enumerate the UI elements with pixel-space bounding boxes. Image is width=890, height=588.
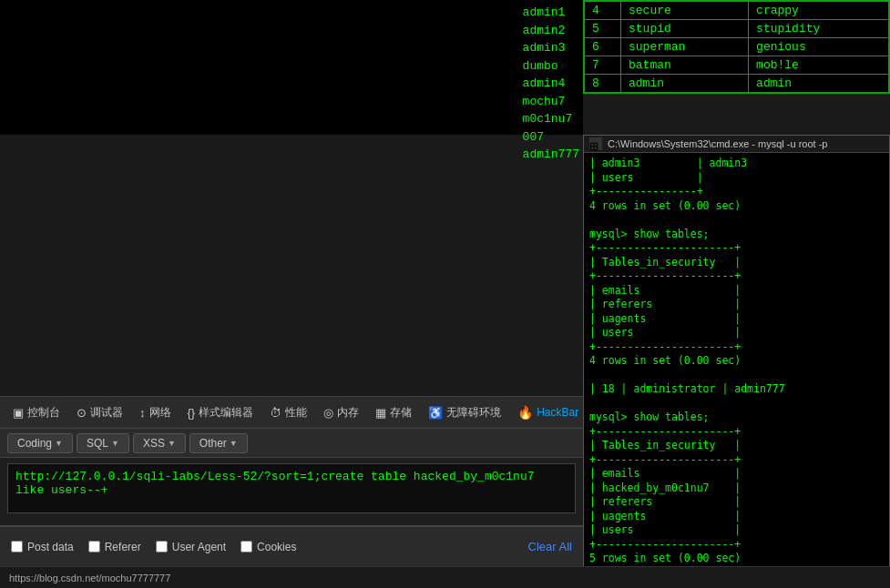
devtool-network[interactable]: ↕ 网络 xyxy=(132,401,179,424)
username-admin2: admin2 xyxy=(523,22,579,40)
cookies-label: Cookies xyxy=(257,541,296,553)
hackbar-toolbar: Coding ▼ SQL ▼ XSS ▼ Other ▼ xyxy=(0,429,583,458)
post-data-checkbox[interactable] xyxy=(11,541,23,553)
username-dumbo: dumbo xyxy=(523,57,579,76)
post-data-label: Post data xyxy=(27,541,74,553)
row-id: 5 xyxy=(585,20,621,38)
cookies-checkbox-label[interactable]: Cookies xyxy=(240,541,296,553)
clear-all-button[interactable]: Clear All xyxy=(528,540,572,553)
network-icon: ↕ xyxy=(139,406,146,420)
other-label: Other xyxy=(199,437,227,450)
debugger-icon: ⊙ xyxy=(77,406,87,420)
status-url: https://blog.csdn.net/mochu7777777 xyxy=(0,573,179,583)
storage-label: 存储 xyxy=(390,405,412,421)
performance-icon: ⏱ xyxy=(270,406,281,420)
username-mochu7: mochu7 xyxy=(523,93,579,111)
results-table: 4 secure crappy5 stupid stupidity6 super… xyxy=(584,1,889,93)
devtool-accessibility[interactable]: ♿ 无障碍环境 xyxy=(421,401,508,424)
cmd-icon: ⊞ xyxy=(589,137,602,150)
devtools-bar[interactable]: ▣ 控制台 ⊙ 调试器 ↕ 网络 {} 样式编辑器 ⏱ 性能 ◎ 内存 ▦ 存储… xyxy=(0,396,583,429)
status-bar: https://blog.csdn.net/mochu7777777 xyxy=(0,566,890,588)
sql-arrow-icon: ▼ xyxy=(111,439,119,448)
console-icon: ▣ xyxy=(13,406,24,420)
accessibility-label: 无障碍环境 xyxy=(446,405,501,421)
devtool-hackbar[interactable]: 🔥 HackBar xyxy=(510,401,586,423)
devtool-style-editor[interactable]: {} 样式编辑器 xyxy=(180,401,261,424)
row-id: 4 xyxy=(585,2,621,20)
xss-button[interactable]: XSS ▼ xyxy=(133,433,186,453)
cmd-window: ⊞ C:\Windows\System32\cmd.exe - mysql -u… xyxy=(583,135,890,588)
other-button[interactable]: Other ▼ xyxy=(189,433,248,453)
row-col1: stupid xyxy=(621,20,749,38)
devtool-storage[interactable]: ▦ 存储 xyxy=(368,401,419,424)
row-id: 8 xyxy=(585,75,621,93)
post-data-checkbox-label[interactable]: Post data xyxy=(11,541,74,553)
devtool-performance[interactable]: ⏱ 性能 xyxy=(262,401,314,424)
table-row: 6 superman genious xyxy=(585,38,889,56)
row-col1: secure xyxy=(621,2,749,20)
cmd-text: | admin3 | admin3 | users | +-----------… xyxy=(589,157,884,588)
network-label: 网络 xyxy=(149,405,171,421)
left-top-area: admin1 admin2 admin3 dumbo admin4 mochu7… xyxy=(0,0,583,135)
url-input[interactable] xyxy=(7,463,576,513)
row-col1: superman xyxy=(621,38,749,56)
other-arrow-icon: ▼ xyxy=(230,439,238,448)
accessibility-icon: ♿ xyxy=(428,406,443,420)
memory-label: 内存 xyxy=(337,405,359,421)
row-col1: batman xyxy=(621,56,749,75)
row-col2: genious xyxy=(749,38,889,56)
referer-checkbox[interactable] xyxy=(88,541,100,553)
username-admin1: admin1 xyxy=(523,4,579,22)
username-admin4: admin4 xyxy=(523,75,579,93)
table-row: 8 admin admin xyxy=(585,75,889,93)
hackbar-label: HackBar xyxy=(537,406,578,419)
console-label: 控制台 xyxy=(27,405,60,421)
user-agent-label: User Agent xyxy=(172,541,226,553)
performance-label: 性能 xyxy=(285,405,307,421)
devtool-memory[interactable]: ◎ 内存 xyxy=(316,401,366,424)
username-admin777: admin777 xyxy=(523,146,579,164)
cmd-output: | admin3 | admin3 | users | +-----------… xyxy=(584,153,889,588)
username-admin3: admin3 xyxy=(523,39,579,57)
row-col1: admin xyxy=(621,75,749,93)
bottom-bar: Post data Referer User Agent Cookies Cle… xyxy=(0,526,583,566)
style-editor-icon: {} xyxy=(188,406,196,420)
referer-label: Referer xyxy=(105,541,141,553)
row-id: 7 xyxy=(585,56,621,75)
table-row: 4 secure crappy xyxy=(585,2,889,20)
coding-label: Coding xyxy=(17,437,52,450)
data-table-area: 4 secure crappy5 stupid stupidity6 super… xyxy=(583,0,890,94)
sql-label: SQL xyxy=(87,437,108,450)
coding-arrow-icon: ▼ xyxy=(55,439,63,448)
row-col2: crappy xyxy=(749,2,889,20)
user-agent-checkbox[interactable] xyxy=(156,541,168,553)
cookies-checkbox[interactable] xyxy=(240,541,252,553)
row-col2: admin xyxy=(749,75,889,93)
row-id: 6 xyxy=(585,38,621,56)
table-row: 7 batman mob!le xyxy=(585,56,889,75)
xss-label: XSS xyxy=(143,437,165,450)
devtool-debugger[interactable]: ⊙ 调试器 xyxy=(69,401,130,424)
storage-icon: ▦ xyxy=(375,406,386,420)
username-m0c1nu7: m0c1nu7 xyxy=(523,110,579,128)
memory-icon: ◎ xyxy=(323,406,333,420)
coding-button[interactable]: Coding ▼ xyxy=(7,433,73,453)
table-row: 5 stupid stupidity xyxy=(585,20,889,38)
user-agent-checkbox-label[interactable]: User Agent xyxy=(156,541,226,553)
xss-arrow-icon: ▼ xyxy=(168,439,176,448)
style-editor-label: 样式编辑器 xyxy=(199,405,253,421)
row-col2: stupidity xyxy=(749,20,889,38)
row-col2: mob!le xyxy=(749,56,889,75)
cmd-titlebar: ⊞ C:\Windows\System32\cmd.exe - mysql -u… xyxy=(584,136,889,153)
referer-checkbox-label[interactable]: Referer xyxy=(88,541,141,553)
hackbar-icon: 🔥 xyxy=(517,405,533,420)
sql-button[interactable]: SQL ▼ xyxy=(77,433,129,453)
cmd-title: C:\Windows\System32\cmd.exe - mysql -u r… xyxy=(608,138,827,149)
devtool-console[interactable]: ▣ 控制台 xyxy=(5,401,67,424)
username-007: 007 xyxy=(523,128,579,147)
url-area xyxy=(0,458,583,526)
debugger-label: 调试器 xyxy=(90,405,123,421)
